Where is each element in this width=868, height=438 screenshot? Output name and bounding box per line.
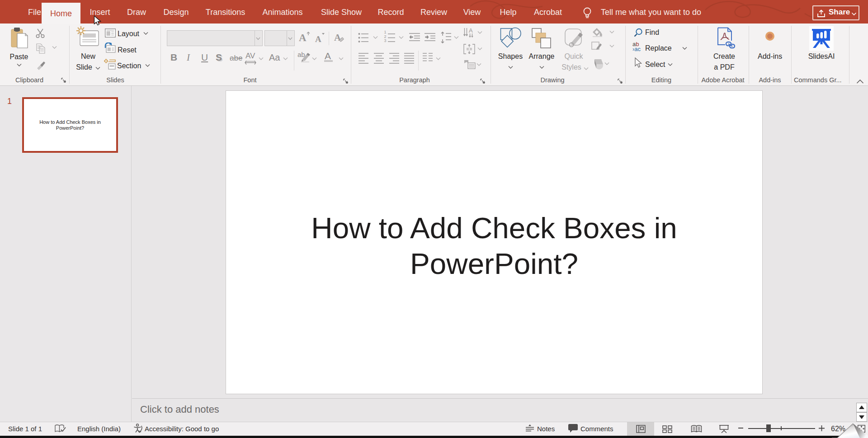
svg-text:A: A	[469, 28, 473, 34]
